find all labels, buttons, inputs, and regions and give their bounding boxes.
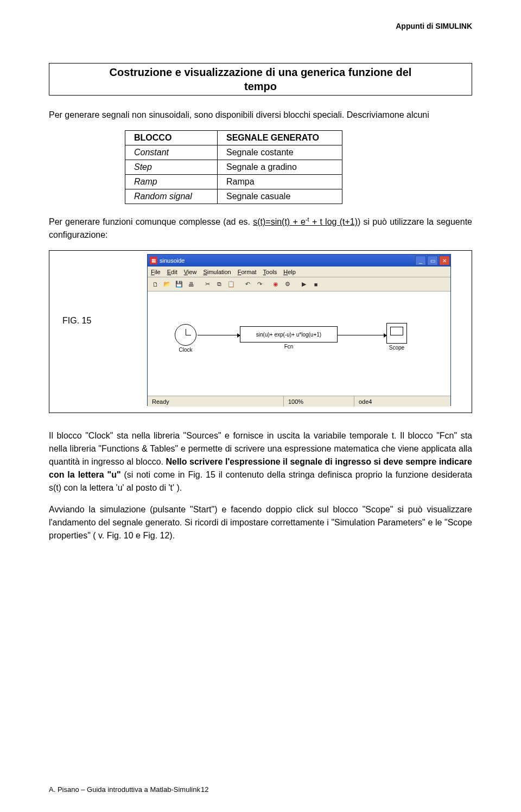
block-label: Clock [175, 347, 196, 353]
maximize-button[interactable]: ▭ [427, 256, 438, 265]
status-solver: ode4 [354, 396, 450, 407]
cut-icon[interactable]: ✂ [202, 279, 213, 290]
section-title-line1: Costruzione e visualizzazione di una gen… [54, 65, 467, 79]
menu-file[interactable]: File [151, 269, 161, 275]
clock-block[interactable]: Clock [175, 324, 196, 353]
app-icon: ▦ [150, 257, 157, 264]
menu-simulation[interactable]: Simulation [203, 269, 231, 275]
table-cell: Rampa [218, 175, 342, 189]
window-title: sinusoide [160, 257, 185, 264]
menu-help[interactable]: Help [283, 269, 296, 275]
table-cell: Segnale a gradino [218, 160, 342, 175]
figure-box: FIG. 15 ▦ sinusoide _ ▭ ✕ File Edit View… [49, 250, 472, 413]
stop-icon[interactable]: ■ [310, 279, 321, 290]
block-label: Scope [386, 345, 407, 351]
undo-icon[interactable]: ↶ [242, 279, 253, 290]
block-label: Fcn [240, 344, 338, 350]
formula-sup: -t [306, 216, 309, 223]
table-row: Step Segnale a gradino [125, 160, 342, 175]
fcn-block[interactable]: sin(u)+ exp(-u)+ u*log(u+1) Fcn [240, 326, 338, 350]
table-header-blocco: BLOCCO [125, 131, 218, 145]
table-cell: Segnale costante [218, 145, 342, 160]
library-icon[interactable]: ◉ [270, 279, 281, 290]
table-cell: Constant [125, 145, 218, 160]
menu-format[interactable]: Format [238, 269, 257, 275]
table-row: Ramp Rampa [125, 175, 342, 189]
page-header: Appunti di SIMULINK [49, 22, 472, 30]
separator [198, 279, 201, 290]
clock-icon [175, 324, 196, 346]
table-cell: Segnale casuale [218, 189, 342, 204]
scope-icon [386, 323, 407, 344]
separator [266, 279, 269, 290]
table-cell: Step [125, 160, 218, 175]
status-ready: Ready [148, 396, 283, 407]
redo-icon[interactable]: ↷ [254, 279, 265, 290]
figure-label: FIG. 15 [62, 316, 91, 326]
status-zoom: 100% [283, 396, 354, 407]
page-number: 12 [201, 785, 208, 794]
table-row: Random signal Segnale casuale [125, 189, 342, 204]
section-title: Costruzione e visualizzazione di una gen… [49, 63, 472, 96]
titlebar[interactable]: ▦ sinusoide _ ▭ ✕ [148, 255, 450, 267]
paste-icon[interactable]: 📋 [226, 279, 237, 290]
table-row: Constant Segnale costante [125, 145, 342, 160]
menu-edit[interactable]: Edit [167, 269, 177, 275]
paragraph-intro: Per generare segnali non sinusoidali, so… [49, 109, 472, 122]
copy-icon[interactable]: ⧉ [214, 279, 225, 290]
menu-view[interactable]: View [184, 269, 197, 275]
minimize-button[interactable]: _ [415, 256, 426, 265]
menubar: File Edit View Simulation Format Tools H… [148, 267, 450, 277]
statusbar: Ready 100% ode4 [148, 396, 450, 407]
model-canvas[interactable]: Clock sin(u)+ exp(-u)+ u*log(u+1) Fcn Sc… [148, 291, 450, 396]
formula-text: + t log (t+1) [309, 217, 358, 226]
table-header-segnale: SEGNALE GENERATO [218, 131, 342, 145]
fcn-expression: sin(u)+ exp(-u)+ u*log(u+1) [240, 326, 338, 342]
save-icon[interactable]: 💾 [174, 279, 185, 290]
paragraph-clock-fcn: Il blocco "Clock" sta nella libreria "So… [49, 429, 472, 494]
print-icon[interactable]: 🖶 [186, 279, 196, 290]
table-cell: Ramp [125, 175, 218, 189]
table-cell: Random signal [125, 189, 218, 204]
debug-icon[interactable]: ⚙ [282, 279, 293, 290]
paragraph-simulation: Avviando la simulazione (pulsante "Start… [49, 503, 472, 542]
open-icon[interactable]: 📂 [162, 279, 173, 290]
signal-wire [198, 335, 240, 335]
text: Per generare funzioni comunque complesse… [49, 217, 253, 226]
menu-tools[interactable]: Tools [263, 269, 277, 275]
separator [294, 279, 297, 290]
paragraph-formula: Per generare funzioni comunque complesse… [49, 215, 472, 242]
block-table: BLOCCO SEGNALE GENERATO Constant Segnale… [125, 130, 342, 204]
start-icon[interactable]: ▶ [298, 279, 309, 290]
footer-text: A. Pisano – Guida introduttiva a Matlab-… [49, 785, 200, 794]
section-title-line2: tempo [54, 79, 467, 93]
page-footer: A. Pisano – Guida introduttiva a Matlab-… [49, 785, 472, 794]
separator [238, 279, 241, 290]
new-icon[interactable]: 🗋 [150, 279, 161, 290]
close-button[interactable]: ✕ [439, 256, 450, 265]
formula-text: s(t)=sin(t) + e [253, 217, 306, 226]
scope-block[interactable]: Scope [386, 323, 407, 351]
simulink-window: ▦ sinusoide _ ▭ ✕ File Edit View Simulat… [147, 254, 451, 406]
toolbar: 🗋 📂 💾 🖶 ✂ ⧉ 📋 ↶ ↷ ◉ ⚙ ▶ ■ [148, 277, 450, 291]
signal-wire [338, 335, 386, 335]
